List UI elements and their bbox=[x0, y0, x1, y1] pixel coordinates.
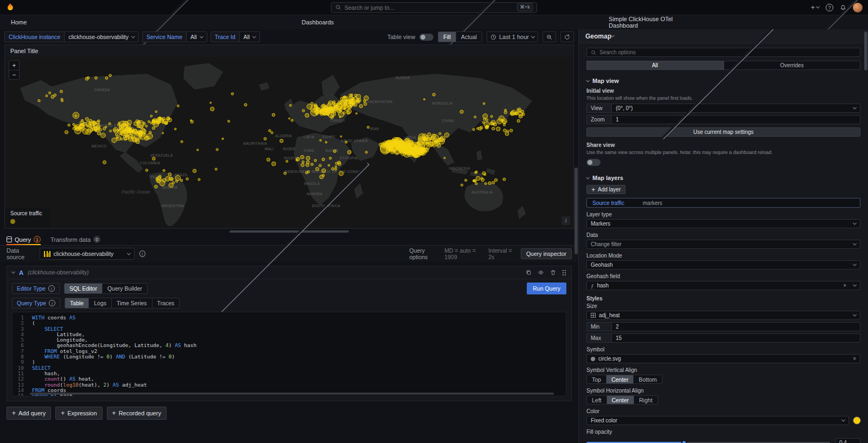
options-search-input[interactable] bbox=[599, 49, 856, 55]
sql-line-numbers: 123456789101112131415 bbox=[12, 312, 28, 396]
chevron-down-icon[interactable] bbox=[611, 34, 615, 37]
variable-clickhouse-instance[interactable]: ClickHouse instance clickhouse-observabi… bbox=[4, 31, 139, 42]
breadcrumb-home[interactable]: Home bbox=[11, 19, 27, 25]
variable-value[interactable]: All bbox=[187, 32, 207, 42]
table-view-toggle[interactable] bbox=[419, 34, 433, 41]
zoom-input[interactable] bbox=[616, 117, 856, 123]
query-options-toggle[interactable]: Query options MD = auto = 1909 Interval … bbox=[150, 247, 516, 260]
location-mode-select[interactable]: Geohash bbox=[586, 260, 860, 269]
zoom-out-time-button[interactable] bbox=[542, 31, 556, 42]
map-attribution-button[interactable]: i bbox=[561, 216, 570, 225]
editor-type-help-icon[interactable]: i bbox=[48, 285, 55, 292]
add-layer-button[interactable]: +Add layer bbox=[586, 185, 626, 194]
add-recorded-query-button[interactable]: +Recorded query bbox=[107, 407, 167, 420]
add-expression-button[interactable]: +Expression bbox=[55, 407, 102, 420]
symbol-select[interactable]: circle.svg × bbox=[586, 354, 860, 363]
layer-name[interactable]: Source traffic bbox=[592, 200, 624, 206]
clear-icon[interactable]: × bbox=[853, 356, 856, 362]
color-row: Fixed color bbox=[586, 416, 860, 425]
drag-handle-icon[interactable] bbox=[562, 269, 566, 275]
color-label: Color bbox=[586, 408, 860, 414]
query-inspector-button[interactable]: Query inspector bbox=[521, 248, 572, 259]
size-field-select[interactable]: adj_heat bbox=[586, 311, 860, 320]
refresh-button[interactable] bbox=[560, 31, 574, 42]
query-type-logs[interactable]: Logs bbox=[88, 298, 111, 308]
geohash-field-select[interactable]: ƒ hash × bbox=[586, 281, 860, 290]
v-align-top[interactable]: Top bbox=[587, 375, 606, 383]
layer-item-source-traffic[interactable]: Source traffic markers bbox=[586, 198, 860, 208]
query-type-traces[interactable]: Traces bbox=[152, 298, 180, 308]
max-input[interactable] bbox=[616, 335, 856, 341]
breadcrumb-dashboard-name[interactable]: Simple ClickHouse OTel Dashboard bbox=[609, 16, 696, 29]
sql-editor[interactable]: 123456789101112131415 WITH coords AS( SE… bbox=[12, 312, 566, 396]
section-map-layers[interactable]: Map layers bbox=[579, 175, 868, 181]
variable-value[interactable]: clickhouse-observability bbox=[65, 32, 138, 42]
sql-horizontal-scrollbar[interactable] bbox=[30, 393, 554, 395]
svg-text:NIGER: NIGER bbox=[283, 147, 295, 151]
data-select[interactable]: Change filter bbox=[586, 240, 860, 249]
editor-type-sql[interactable]: SQL Editor bbox=[65, 284, 102, 293]
add-menu-button[interactable]: + bbox=[810, 3, 819, 11]
size-mode-actual[interactable]: Actual bbox=[456, 32, 482, 42]
user-avatar[interactable] bbox=[853, 3, 863, 12]
map-zoom-out-button[interactable]: − bbox=[9, 70, 19, 79]
add-query-button[interactable]: +Add query bbox=[7, 407, 51, 420]
grafana-logo-icon[interactable] bbox=[5, 3, 15, 12]
clear-icon[interactable]: × bbox=[843, 283, 846, 288]
color-select[interactable]: Fixed color bbox=[586, 416, 849, 425]
variable-value[interactable]: All bbox=[240, 32, 260, 42]
duplicate-query-icon[interactable] bbox=[526, 269, 532, 275]
tab-transform-data[interactable]: Transform data 0 bbox=[50, 236, 100, 245]
max-row: Max bbox=[586, 333, 860, 343]
zoom-label: Zoom bbox=[586, 115, 611, 124]
tab-query[interactable]: Query 1 bbox=[7, 236, 41, 245]
h-align-right[interactable]: Right bbox=[634, 396, 658, 404]
panel-title[interactable]: Panel Title bbox=[5, 45, 573, 57]
collapse-query-icon[interactable] bbox=[11, 270, 15, 274]
time-range-picker[interactable]: Last 1 hour bbox=[487, 31, 538, 42]
map-zoom-in-button[interactable]: + bbox=[9, 61, 19, 70]
sql-code[interactable]: WITH coords AS( SELECT Latitude, Longitu… bbox=[28, 312, 566, 396]
main-area: ClickHouse instance clickhouse-observabi… bbox=[0, 29, 868, 443]
use-current-map-settings-button[interactable]: Use current map settings bbox=[586, 127, 860, 137]
editor-type-builder[interactable]: Query Builder bbox=[102, 284, 147, 293]
color-swatch[interactable] bbox=[853, 417, 860, 424]
min-input[interactable] bbox=[616, 324, 856, 330]
svg-text:CHAD: CHAD bbox=[304, 149, 315, 152]
h-align-center[interactable]: Center bbox=[607, 396, 634, 404]
datasource-picker[interactable]: clickhouse-observability bbox=[40, 248, 134, 260]
query-type-help-icon[interactable]: i bbox=[49, 300, 55, 306]
share-view-toggle[interactable] bbox=[586, 159, 601, 166]
visualization-type-title[interactable]: Geomap bbox=[585, 33, 611, 40]
fill-opacity-input[interactable] bbox=[839, 440, 857, 443]
view-select[interactable]: (0°, 0°) bbox=[611, 104, 860, 113]
variable-trace-id[interactable]: Trace Id All bbox=[210, 31, 260, 42]
options-tab-all[interactable]: All bbox=[586, 61, 724, 70]
hide-query-icon[interactable] bbox=[538, 269, 544, 275]
variable-service-name[interactable]: Service Name All bbox=[142, 31, 207, 42]
options-scrollbar-thumb[interactable] bbox=[864, 31, 867, 70]
left-scrollbar-thumb[interactable] bbox=[575, 168, 578, 254]
run-query-button[interactable]: Run Query bbox=[527, 283, 566, 294]
resize-handle[interactable] bbox=[229, 230, 349, 233]
datasource-help-icon[interactable]: i bbox=[139, 251, 145, 257]
slider-knob[interactable] bbox=[681, 440, 687, 443]
size-field-value: adj_heat bbox=[599, 312, 620, 318]
help-button[interactable]: ? bbox=[826, 4, 833, 11]
h-align-left[interactable]: Left bbox=[587, 396, 607, 404]
options-search[interactable] bbox=[586, 48, 860, 57]
view-row: View (0°, 0°) bbox=[586, 104, 860, 113]
query-type-timeseries[interactable]: Time Series bbox=[111, 298, 152, 308]
layer-type-select[interactable]: Markers bbox=[586, 219, 860, 228]
v-align-center[interactable]: Center bbox=[606, 375, 634, 383]
search-box[interactable]: ⌘+k bbox=[331, 2, 537, 13]
fill-opacity-value-wrap bbox=[835, 438, 860, 443]
world-map[interactable]: RUSSIACANADAUNITED STATESMEXICOVENEZUELA… bbox=[5, 57, 573, 228]
collapse-sidebar-icon[interactable] bbox=[621, 35, 868, 37]
delete-query-icon[interactable] bbox=[550, 269, 556, 275]
v-align-bottom[interactable]: Bottom bbox=[633, 375, 661, 383]
options-tab-overrides[interactable]: Overrides bbox=[724, 61, 861, 70]
query-type-table[interactable]: Table bbox=[65, 298, 88, 308]
size-mode-fill[interactable]: Fill bbox=[438, 32, 455, 42]
breadcrumb-dashboards[interactable]: Dashboards bbox=[302, 19, 334, 25]
